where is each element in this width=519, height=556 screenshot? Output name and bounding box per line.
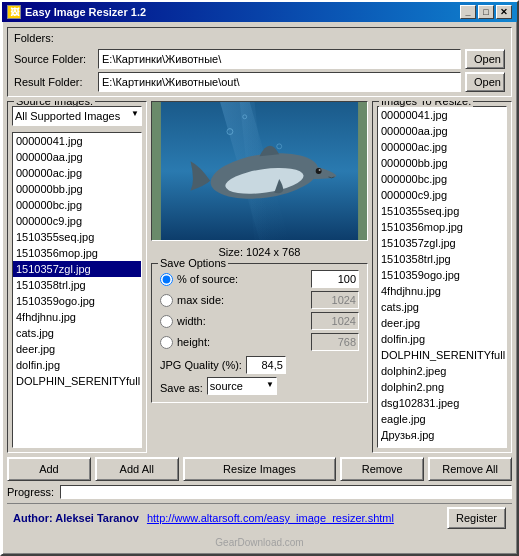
source-folder-open-button[interactable]: Open [465,49,505,69]
resize-list-item[interactable]: 1510355seq.jpg [378,203,506,219]
source-list-item[interactable]: deer.jpg [13,341,141,357]
minimize-button[interactable]: _ [460,5,476,19]
watermark-text: GearDownload.com [215,537,303,548]
resize-list-item[interactable]: Друзья.jpg [378,427,506,443]
percent-input[interactable] [311,270,359,288]
resize-list-item[interactable]: 00000041.jpg [378,107,506,123]
source-list-item[interactable]: 000000bb.jpg [13,181,141,197]
images-to-resize-list[interactable]: 00000041.jpg000000aa.jpg000000ac.jpg0000… [377,106,507,448]
source-list-item[interactable]: 00000041.jpg [13,133,141,149]
images-to-resize-panel: Images To Resize: 00000041.jpg000000aa.j… [372,101,512,453]
resize-list-item[interactable]: 000000ac.jpg [378,139,506,155]
footer-link[interactable]: http://www.altarsoft.com/easy_image_resi… [147,512,394,524]
max-side-row: max side: [160,291,359,309]
add-all-button[interactable]: Add All [95,457,179,481]
source-list-item[interactable]: dolfin.jpg [13,357,141,373]
remove-all-button[interactable]: Remove All [428,457,512,481]
resize-list-item[interactable]: dolphin2.png [378,379,506,395]
center-panel: Size: 1024 x 768 Save Options % of sourc… [151,101,368,453]
title-bar: 🖼 Easy Image Resizer 1.2 _ □ ✕ [2,2,517,22]
remove-button[interactable]: Remove [340,457,424,481]
register-button[interactable]: Register [447,507,506,529]
width-row: width: [160,312,359,330]
resize-list-item[interactable]: cats.jpg [378,299,506,315]
source-list-item[interactable]: 000000c9.jpg [13,213,141,229]
source-list-item[interactable]: 1510356mop.jpg [13,245,141,261]
source-images-panel: Source Images: All Supported Images JPG … [7,101,147,453]
close-button[interactable]: ✕ [496,5,512,19]
height-radio[interactable] [160,336,173,349]
preview-image [152,102,367,240]
percent-label: % of source: [177,273,307,285]
resize-list-item[interactable]: dolphin2.jpeg [378,363,506,379]
resize-list-item[interactable]: 1510357zgl.jpg [378,235,506,251]
resize-list-item[interactable]: dolfin.jpg [378,331,506,347]
jpg-quality-row: JPG Quality (%): [160,356,359,374]
folders-label: Folders: [14,32,505,44]
resize-list-item[interactable]: eagle.jpg [378,411,506,427]
max-side-radio[interactable] [160,294,173,307]
source-folder-label: Source Folder: [14,53,94,65]
source-list-item[interactable]: DOLPHIN_SERENITYfull.j... [13,373,141,389]
height-input[interactable] [311,333,359,351]
resize-list-item[interactable]: 1510358trl.jpg [378,251,506,267]
resize-list-item[interactable]: DOLPHIN_SERENITYfull.jpg [378,347,506,363]
max-side-input[interactable] [311,291,359,309]
resize-images-button[interactable]: Resize Images [183,457,337,481]
percent-row: % of source: [160,270,359,288]
save-as-label: Save as: [160,382,203,394]
window-title: Easy Image Resizer 1.2 [25,6,146,18]
resize-list-item[interactable]: deer.jpg [378,315,506,331]
resize-list-item[interactable]: 1510356mop.jpg [378,219,506,235]
source-images-list[interactable]: 00000041.jpg000000aa.jpg000000ac.jpg0000… [12,132,142,448]
source-folder-input[interactable] [98,49,461,69]
source-list-item[interactable]: 000000bc.jpg [13,197,141,213]
result-folder-open-button[interactable]: Open [465,72,505,92]
source-list-item[interactable]: 000000ac.jpg [13,165,141,181]
source-list-item[interactable]: 000000aa.jpg [13,149,141,165]
source-list-item[interactable]: cats.jpg [13,325,141,341]
title-bar-title: 🖼 Easy Image Resizer 1.2 [7,5,146,19]
maximize-button[interactable]: □ [478,5,494,19]
height-label: height: [177,336,307,348]
resize-list-item[interactable]: 000000bb.jpg [378,155,506,171]
bottom-buttons: Add Add All Resize Images Remove Remove … [7,457,512,481]
source-list-item[interactable]: 4fhdjhnu.jpg [13,309,141,325]
watermark: GearDownload.com [7,536,512,549]
percent-radio[interactable] [160,273,173,286]
progress-label: Progress: [7,486,54,498]
jpg-quality-input[interactable] [246,356,286,374]
filter-dropdown[interactable]: All Supported Images JPG Files BMP Files… [12,106,142,126]
title-buttons: _ □ ✕ [460,5,512,19]
source-list-item[interactable]: 1510358trl.jpg [13,277,141,293]
resize-list-item[interactable]: 000000aa.jpg [378,123,506,139]
jpg-quality-label: JPG Quality (%): [160,359,242,371]
resize-list-item[interactable]: 000000bc.jpg [378,171,506,187]
resize-list-item[interactable]: 1510359ogo.jpg [378,267,506,283]
save-as-row: Save as: source jpg png bmp [160,377,359,398]
width-label: width: [177,315,307,327]
source-list-item[interactable]: 1510357zgl.jpg [13,261,141,277]
filter-dropdown-wrapper: All Supported Images JPG Files BMP Files… [12,106,142,129]
main-body: Source Images: All Supported Images JPG … [7,101,512,453]
height-row: height: [160,333,359,351]
result-folder-row: Result Folder: Open [14,72,505,92]
images-to-resize-title: Images To Resize: [379,101,473,107]
app-icon: 🖼 [7,5,21,19]
window-content: Folders: Source Folder: Open Result Fold… [2,22,517,554]
save-options-group: Save Options % of source: max side: widt… [151,263,368,403]
resize-list-item[interactable]: 4fhdjhnu.jpg [378,283,506,299]
svg-point-8 [316,168,322,174]
save-options-label: Save Options [158,257,228,269]
result-folder-input[interactable] [98,72,461,92]
width-input[interactable] [311,312,359,330]
source-list-item[interactable]: 1510359ogo.jpg [13,293,141,309]
source-list-item[interactable]: 1510355seq.jpg [13,229,141,245]
save-as-dropdown-wrapper: source jpg png bmp [207,377,277,398]
save-as-dropdown[interactable]: source jpg png bmp [207,377,277,395]
resize-list-item[interactable]: 000000c9.jpg [378,187,506,203]
width-radio[interactable] [160,315,173,328]
add-button[interactable]: Add [7,457,91,481]
preview-area [151,101,368,241]
resize-list-item[interactable]: dsg102831.jpeg [378,395,506,411]
